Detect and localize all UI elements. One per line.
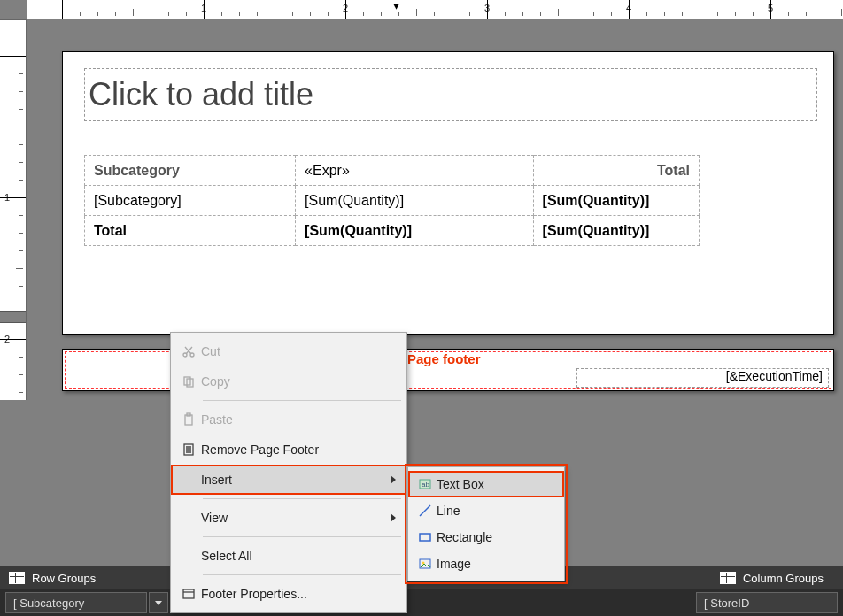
insert-submenu: ab Text Box Line Rectangle Image	[407, 466, 565, 581]
menu-cut-label: Cut	[201, 344, 220, 358]
submenu-image-label: Image	[437, 557, 471, 571]
submenu-text-box[interactable]: ab Text Box	[408, 471, 564, 497]
submenu-image[interactable]: Image	[408, 551, 564, 577]
rectangle-icon	[414, 530, 437, 544]
vruler-ticks: 12	[0, 56, 26, 400]
submenu-line-label: Line	[437, 504, 460, 518]
hruler-ticks: 12345	[62, 0, 843, 19]
ruler-break	[0, 311, 26, 323]
submenu-text-box-label: Text Box	[437, 477, 484, 491]
textbox-icon: ab	[414, 477, 437, 491]
menu-footer-properties-label: Footer Properties...	[201, 587, 307, 601]
page-footer-annotation: Page footer	[407, 351, 481, 366]
menu-paste[interactable]: Paste	[171, 404, 406, 435]
matrix-header-total[interactable]: Total	[533, 156, 699, 186]
column-groups-header[interactable]: Column Groups	[711, 572, 832, 585]
menu-copy-label: Copy	[201, 374, 230, 389]
matrix-header-expr[interactable]: «Expr»	[296, 156, 533, 186]
image-icon	[414, 557, 437, 571]
menu-insert[interactable]: Insert	[171, 465, 406, 495]
submenu-rectangle[interactable]: Rectangle	[408, 524, 564, 551]
matrix-total-label[interactable]: Total	[85, 216, 296, 246]
report-body[interactable]: Click to add title Subcategory «Expr» To…	[62, 51, 834, 335]
menu-paste-label: Paste	[201, 412, 233, 427]
context-menu: Cut Copy Paste Remove Page Footer Insert…	[170, 332, 407, 613]
grid-icon	[720, 572, 736, 584]
svg-rect-7	[183, 589, 194, 598]
menu-copy[interactable]: Copy	[171, 366, 406, 397]
menu-select-all-label: Select All	[201, 549, 252, 563]
submenu-rectangle-label: Rectangle	[437, 530, 492, 544]
submenu-arrow-icon	[391, 513, 396, 522]
submenu-arrow-icon	[391, 475, 396, 484]
menu-view[interactable]: View	[171, 503, 406, 533]
matrix-total-qty[interactable]: [Sum(Quantity)]	[296, 216, 533, 246]
properties-icon	[176, 587, 201, 601]
column-group-chip[interactable]: [ StoreID	[696, 592, 838, 613]
design-surface[interactable]: Click to add title Subcategory «Expr» To…	[27, 19, 843, 400]
execution-time-textbox[interactable]: [&ExecutionTime]	[576, 368, 829, 388]
row-groups-label: Row Groups	[32, 572, 96, 585]
group-dropdown-arrow[interactable]	[149, 592, 168, 613]
svg-rect-11	[420, 534, 430, 541]
groups-panel-row: [ Subcategory [ StoreID	[0, 589, 843, 616]
matrix-header-subcategory[interactable]: Subcategory	[85, 156, 296, 186]
menu-insert-label: Insert	[201, 473, 232, 487]
matrix-detail-subcategory[interactable]: [Subcategory]	[85, 186, 296, 216]
line-icon	[414, 504, 437, 518]
row-group-chip[interactable]: [ Subcategory	[5, 592, 147, 613]
vertical-ruler: 12	[0, 19, 27, 400]
cut-icon	[176, 344, 201, 358]
matrix-table[interactable]: Subcategory «Expr» Total [Subcategory] […	[84, 155, 700, 246]
menu-footer-properties[interactable]: Footer Properties...	[171, 579, 406, 609]
menu-view-label: View	[201, 511, 228, 525]
column-groups-label: Column Groups	[743, 572, 824, 585]
menu-remove-footer[interactable]: Remove Page Footer	[171, 435, 406, 465]
svg-line-10	[420, 505, 430, 516]
matrix-detail-qty[interactable]: [Sum(Quantity)]	[296, 186, 533, 216]
menu-remove-footer-label: Remove Page Footer	[201, 443, 319, 457]
svg-text:ab: ab	[422, 481, 429, 489]
matrix-detail-total[interactable]: [Sum(Quantity)]	[533, 186, 699, 216]
copy-icon	[176, 374, 201, 389]
row-groups-header[interactable]: Row Groups	[0, 572, 104, 585]
submenu-line[interactable]: Line	[408, 497, 564, 524]
matrix-total-total[interactable]: [Sum(Quantity)]	[533, 216, 699, 246]
horizontal-ruler: 12345 ▾	[27, 0, 843, 19]
grid-icon	[9, 572, 25, 584]
remove-footer-icon	[176, 443, 201, 457]
svg-rect-6	[184, 444, 193, 455]
report-title-placeholder[interactable]: Click to add title	[84, 68, 817, 121]
menu-select-all[interactable]: Select All	[171, 541, 406, 571]
menu-cut[interactable]: Cut	[171, 336, 406, 366]
paste-icon	[176, 412, 201, 427]
